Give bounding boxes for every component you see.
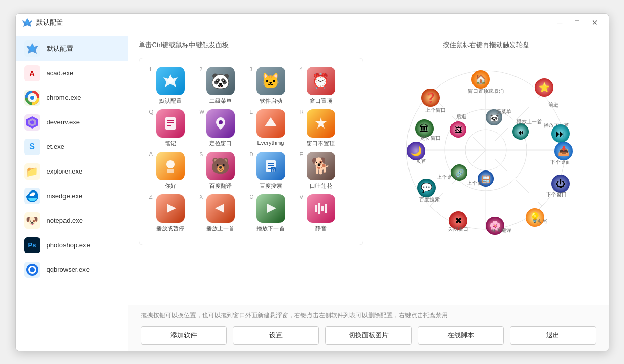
cell-icon-search[interactable]: 百 [256, 152, 285, 180]
wheel-label-forward: 前进 [548, 102, 558, 108]
wheel-inner-label-submenu: 二级菜单 [491, 109, 511, 114]
online-script-button[interactable]: 在线脚本 [418, 326, 504, 345]
exit-button[interactable]: 退出 [510, 326, 596, 345]
svg-marker-17 [265, 117, 277, 126]
sidebar-item-explorer[interactable]: 📁 explorer.exe [16, 159, 128, 184]
cell-icon-everything[interactable] [256, 109, 285, 138]
svg-text:✖: ✖ [455, 216, 462, 226]
grid-cell-w[interactable]: W 定位窗口 [198, 109, 244, 147]
cell-label-f: 口吐莲花 [310, 182, 332, 190]
sidebar-item-default[interactable]: 默认配置 [16, 36, 128, 61]
svg-text:⏻: ⏻ [556, 179, 565, 189]
right-panel-title: 按住鼠标右键再拖动触发轮盘 [443, 40, 529, 50]
wheel-item-topwindow[interactable]: 🏠 [471, 70, 490, 89]
wheel-inner-playprev[interactable]: ⏮ [512, 123, 529, 140]
cell-label-s: 百度翻译 [209, 182, 232, 190]
grid-cell-a[interactable]: A 你好 [147, 152, 193, 190]
sidebar-label-notepad: notepad.exe [47, 217, 83, 224]
wheel-inner-label-prevwindow2: 上个窗口 [467, 180, 487, 186]
sidebar-item-photoshop[interactable]: Ps photoshop.exe [16, 233, 128, 258]
cell-icon-lotus[interactable]: 🐕 [307, 152, 335, 180]
cell-label-3: 软件启动 [260, 97, 282, 105]
cell-label-r: 窗口不置顶 [307, 140, 335, 147]
cell-icon-playpause[interactable] [156, 194, 185, 223]
grid-cell-e[interactable]: E Everything [248, 109, 294, 147]
cell-label-d: 百度搜索 [260, 182, 282, 190]
svg-marker-18 [315, 117, 327, 129]
cell-icon-next[interactable] [256, 194, 285, 223]
bottom-buttons: 添加软件 设置 切换面板图片 在线脚本 退出 [141, 326, 596, 345]
grid-cell-q[interactable]: Q 笔记 [147, 109, 193, 147]
svg-text:⏭: ⏭ [556, 129, 565, 139]
wheel-item-pagetop[interactable]: 🌙 [407, 142, 425, 160]
cell-icon-hello[interactable] [156, 152, 185, 180]
grid-cell-1[interactable]: 1 默认配置 [147, 67, 193, 105]
grid-cell-2[interactable]: 2 🐼 二级菜单 [198, 67, 244, 105]
sidebar-item-devenv[interactable]: devenv.exe [16, 110, 128, 135]
sidebar-item-et[interactable]: S et.exe [16, 135, 128, 159]
minimize-button[interactable]: ─ [552, 17, 568, 28]
main-window: 默认配置 ─ □ ✕ 默认配置 A acad.exe [15, 13, 609, 351]
wheel-inner-label-back: 后退 [456, 114, 466, 119]
add-software-button[interactable]: 添加软件 [141, 326, 227, 345]
svg-marker-26 [167, 204, 176, 213]
grid-cell-z[interactable]: Z 播放或暂停 [147, 194, 193, 232]
sidebar-item-chrome[interactable]: chrome.exe [16, 85, 128, 110]
cell-icon-software[interactable]: 🐱 [256, 67, 285, 95]
grid-cell-3[interactable]: 3 🐱 软件启动 [248, 67, 294, 105]
grid-cell-f[interactable]: F 🐕 口吐莲花 [298, 152, 344, 190]
close-button[interactable]: ✕ [587, 17, 603, 28]
sidebar-item-notepad[interactable]: 🐶 notepad.exe [16, 208, 128, 233]
cell-label-q: 笔记 [165, 140, 176, 147]
wheel-inner-back[interactable]: 🖼 [450, 121, 466, 138]
grid-cell-s[interactable]: S 🐻 百度翻译 [198, 152, 244, 190]
svg-text:❓: ❓ [425, 92, 437, 103]
grid-cell-x[interactable]: X 播放上一首 [198, 194, 244, 232]
sidebar-item-msedge[interactable]: msedge.exe [16, 184, 128, 208]
sidebar-label-msedge: msedge.exe [47, 192, 83, 200]
cell-icon-translate[interactable]: 🐻 [206, 152, 235, 180]
wheel-item-nextdesktop[interactable]: 📥 [554, 142, 573, 160]
wheel-item-baidusearch[interactable]: 💬 [417, 179, 436, 197]
wheel-label-nextdesktop: 下个桌面 [550, 159, 571, 165]
wheel-item-nextwindow[interactable]: ⏻ [551, 175, 570, 193]
settings-button[interactable]: 设置 [233, 326, 319, 345]
wheel-label-topwindow: 窗口置顶或取消 [468, 88, 504, 94]
cell-icon-topwindow[interactable]: ⏰ [307, 67, 335, 95]
wheel-item-forward[interactable]: ⭐ [535, 78, 553, 97]
wheel-label-nextwindow: 下个窗口 [546, 191, 567, 197]
cell-num-c: C [250, 194, 253, 200]
svg-marker-27 [215, 204, 224, 213]
cell-num-v: V [300, 194, 304, 200]
sidebar-item-qqbrowser[interactable]: qqbrowser.exe [16, 258, 128, 282]
wheel-inner-label-prevdesktop: 上个桌面 [437, 174, 457, 180]
svg-point-5 [30, 96, 34, 100]
wheel-item-pagebottom[interactable]: 💡 [526, 208, 544, 227]
wheel-label-prevwindow: 上个窗口 [425, 107, 446, 113]
grid-cell-r[interactable]: R 窗口不置顶 [298, 109, 344, 147]
wheel-item-prevwindow[interactable]: ❓ [421, 89, 440, 107]
grid-cell-v[interactable]: V 静音 [298, 194, 344, 232]
grid-row-4: Z 播放或暂停 X 播放上一首 [147, 194, 355, 232]
maximize-button[interactable]: □ [570, 17, 585, 28]
cell-label-z: 播放或暂停 [156, 225, 184, 232]
sidebar-item-acad[interactable]: A acad.exe [16, 61, 128, 85]
cell-icon-prev[interactable] [206, 194, 235, 223]
grid-cell-4[interactable]: 4 ⏰ 窗口置顶 [298, 67, 344, 105]
cell-icon-mute[interactable] [307, 194, 335, 223]
wheel-label-closewindow: 关闭窗口 [448, 226, 468, 232]
window-title: 默认配置 [36, 18, 552, 27]
wheel-label-baidusearch: 百度搜索 [419, 197, 440, 202]
grid-cell-c[interactable]: C 播放下一首 [248, 194, 294, 232]
cell-icon-locate[interactable] [206, 109, 235, 138]
bottom-hint: 拖拽按钮可以换位置，也可以拖到窗口外面新建悬浮窗，右键点击左侧软件列表可以删除配… [141, 311, 596, 320]
cell-icon-note[interactable] [156, 109, 185, 138]
cell-label-v: 静音 [315, 225, 327, 232]
cell-icon-notop[interactable] [307, 109, 335, 138]
wheel-label-pagebottom: 页尾 [537, 218, 547, 224]
cell-icon-submenu[interactable]: 🐼 [206, 67, 235, 95]
switch-panel-button[interactable]: 切换面板图片 [325, 326, 411, 345]
cell-icon-default[interactable] [156, 67, 185, 95]
grid-cell-d[interactable]: D 百 百度搜索 [248, 152, 294, 190]
sidebar-label-et: et.exe [47, 143, 64, 151]
